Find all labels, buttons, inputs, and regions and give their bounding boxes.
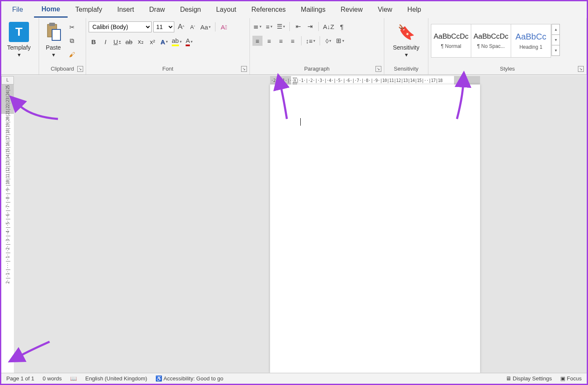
tab-mailings[interactable]: Mailings: [293, 3, 333, 17]
book-icon: 📖: [70, 375, 77, 382]
paragraph-launcher[interactable]: ↘: [375, 66, 381, 72]
tab-templafy[interactable]: Templafy: [68, 3, 110, 17]
status-page[interactable]: Page 1 of 1: [6, 375, 34, 382]
change-case-button[interactable]: Aa: [200, 22, 212, 32]
group-label-font: Font: [89, 64, 247, 74]
format-painter-button[interactable]: 🖌: [67, 49, 77, 59]
templafy-button[interactable]: T Templafy▾: [4, 20, 34, 60]
styles-expand[interactable]: ▾: [551, 45, 560, 56]
tab-view[interactable]: View: [370, 3, 399, 17]
sort-icon: A↓Z: [323, 23, 334, 30]
strikethrough-button[interactable]: ab: [124, 37, 134, 47]
clear-format-button[interactable]: A⃠: [219, 22, 229, 32]
tab-review[interactable]: Review: [333, 3, 370, 17]
line-spacing-button[interactable]: ↕≡: [305, 36, 316, 46]
tab-draw[interactable]: Draw: [142, 3, 172, 17]
increase-indent-button[interactable]: ⇥: [305, 21, 315, 32]
shrink-font-button[interactable]: A˅: [188, 22, 198, 32]
bullets-icon: ≣: [253, 23, 259, 30]
style-heading-1[interactable]: AaBbCc Heading 1: [511, 24, 551, 58]
templafy-icon: T: [9, 22, 29, 42]
font-color-button[interactable]: A: [184, 37, 194, 47]
eraser-icon: A⃠: [221, 24, 227, 31]
status-language[interactable]: English (United Kingdom): [85, 375, 147, 382]
status-focus[interactable]: ▣ Focus: [560, 375, 582, 382]
decrease-indent-button[interactable]: ⇤: [293, 21, 303, 32]
bold-button[interactable]: B: [89, 37, 99, 47]
sensitivity-icon: 🔖: [397, 24, 415, 40]
text-effects-icon: A: [160, 38, 165, 45]
bullets-button[interactable]: ≣: [252, 21, 262, 32]
styles-launcher[interactable]: ↘: [578, 66, 584, 72]
underline-button[interactable]: U: [112, 37, 122, 47]
tab-home[interactable]: Home: [34, 2, 68, 18]
numbering-icon: ≡: [266, 23, 270, 30]
tab-help[interactable]: Help: [400, 3, 429, 17]
text-effects-button[interactable]: A: [159, 37, 169, 47]
outdent-icon: ⇤: [296, 23, 301, 30]
style-normal[interactable]: AaBbCcDc ¶ Normal: [431, 24, 471, 58]
display-icon: 🖥: [506, 375, 513, 382]
align-center-icon: ≡: [268, 37, 271, 45]
horizontal-ruler[interactable]: ·2·|·1·|···|·1·|·2·|·3·|·4·|·5·|·6·|·7·|…: [270, 76, 480, 84]
status-spellcheck[interactable]: 📖: [70, 375, 77, 382]
line-spacing-icon: ↕≡: [306, 37, 312, 45]
tab-layout[interactable]: Layout: [208, 3, 244, 17]
paste-icon: [45, 22, 62, 42]
ribbon: T Templafy▾ Paste▾ ✂ ⧉ 🖌 Clipboard ↘: [1, 18, 587, 75]
copy-button[interactable]: ⧉: [67, 36, 77, 46]
tab-references[interactable]: References: [244, 3, 293, 17]
superscript-button[interactable]: x²: [147, 37, 158, 47]
sensitivity-button[interactable]: 🔖 Sensitivity▾: [389, 20, 423, 60]
group-label-styles: Styles: [431, 64, 584, 74]
svg-marker-4: [293, 80, 297, 83]
ribbon-tabs: File Home Templafy Insert Draw Design La…: [1, 1, 587, 18]
show-marks-button[interactable]: ¶: [337, 21, 347, 32]
copy-icon: ⧉: [70, 37, 74, 45]
pilcrow-icon: ¶: [340, 23, 344, 30]
vertical-ruler[interactable]: 2·|·1·|···|·1·|·2·|·3·|·4·|·5·|·6·|·7·|·…: [1, 84, 14, 373]
tab-design[interactable]: Design: [173, 3, 209, 17]
scissors-icon: ✂: [69, 24, 75, 31]
align-center-button[interactable]: ≡: [264, 36, 274, 46]
align-justify-button[interactable]: ≡: [288, 36, 298, 46]
tab-insert[interactable]: Insert: [110, 3, 142, 17]
group-label-sensitivity: Sensitivity: [387, 64, 425, 74]
status-word-count[interactable]: 0 words: [43, 375, 62, 382]
align-right-button[interactable]: ≡: [276, 36, 286, 46]
grow-font-button[interactable]: A^: [176, 22, 186, 32]
brush-icon: 🖌: [69, 51, 75, 58]
highlight-icon: ab: [172, 37, 179, 46]
text-cursor: [300, 118, 301, 126]
styles-scroll-up[interactable]: ▴: [551, 24, 560, 35]
styles-scroll-down[interactable]: ▾: [551, 34, 560, 45]
status-accessibility[interactable]: ♿ Accessibility: Good to go: [155, 375, 223, 382]
indent-marker-icon[interactable]: [293, 76, 297, 84]
subscript-button[interactable]: x₂: [136, 37, 146, 47]
status-display-settings[interactable]: 🖥 Display Settings: [506, 375, 552, 382]
cut-button[interactable]: ✂: [67, 22, 77, 32]
font-launcher[interactable]: ↘: [241, 66, 247, 72]
font-name-select[interactable]: Calibri (Body): [89, 21, 152, 32]
tab-file[interactable]: File: [5, 3, 31, 17]
shading-button[interactable]: ◊: [323, 36, 333, 46]
tab-selector[interactable]: L: [1, 76, 14, 84]
status-bar: Page 1 of 1 0 words 📖 English (United Ki…: [1, 373, 587, 384]
indent-icon: ⇥: [307, 23, 313, 30]
align-left-button[interactable]: ≡: [252, 36, 262, 46]
align-right-icon: ≡: [279, 37, 283, 45]
style-no-spacing[interactable]: AaBbCcDc ¶ No Spac...: [471, 24, 511, 58]
svg-rect-2: [52, 29, 60, 40]
highlight-button[interactable]: ab: [171, 37, 183, 47]
italic-button[interactable]: I: [100, 37, 110, 47]
paste-button[interactable]: Paste▾: [42, 20, 65, 60]
clipboard-launcher[interactable]: ↘: [77, 66, 83, 72]
font-size-select[interactable]: 11: [153, 21, 174, 32]
multilevel-button[interactable]: ☰: [276, 21, 286, 32]
accessibility-icon: ♿: [155, 375, 163, 382]
document-page[interactable]: [270, 84, 480, 373]
borders-button[interactable]: ⊞: [335, 36, 345, 46]
numbering-button[interactable]: ≡: [264, 21, 274, 32]
styles-gallery: AaBbCcDc ¶ Normal AaBbCcDc ¶ No Spac... …: [431, 20, 560, 58]
sort-button[interactable]: A↓Z: [322, 21, 335, 32]
